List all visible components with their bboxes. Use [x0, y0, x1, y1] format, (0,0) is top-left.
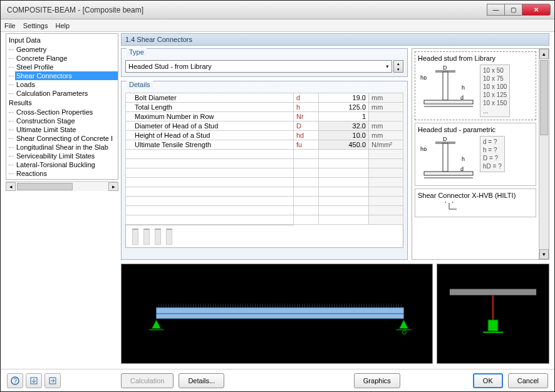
- svg-rect-124: [450, 289, 536, 296]
- detail-symbol: Nr: [294, 112, 319, 121]
- svg-text:hᴅ: hᴅ: [420, 146, 427, 152]
- details-legend: Details: [127, 81, 153, 88]
- window-controls: — ▢ ✕: [487, 4, 551, 16]
- table-row: Total Lengthh125.0mm: [126, 103, 403, 112]
- detail-unit: mm: [369, 121, 403, 131]
- stud-diagram-icon: D hᴅ h d: [418, 136, 477, 183]
- minimize-button[interactable]: —: [487, 4, 504, 16]
- svg-text:d: d: [460, 166, 464, 172]
- detail-symbol: d: [294, 93, 319, 103]
- table-row: Diameter of Head of a StudD32.0mm: [126, 121, 403, 131]
- detail-unit: mm: [369, 131, 403, 140]
- details-table: Bolt Diameterd19.0mmTotal Lengthh125.0mm…: [125, 93, 403, 248]
- hvb-diagram-icon: [418, 202, 477, 214]
- tree-item[interactable]: Shear Connecting of Concrete I: [15, 134, 118, 143]
- beam-preview: [121, 264, 433, 364]
- menubar: File Settings Help: [1, 19, 554, 32]
- svg-point-123: [402, 331, 406, 334]
- svg-text:D: D: [443, 136, 447, 142]
- help-icon-button[interactable]: ?: [7, 373, 23, 388]
- tree-group-results: Results: [6, 98, 118, 108]
- svg-text:h: h: [462, 156, 465, 162]
- tree-item[interactable]: Lateral-Torsional Buckling: [15, 160, 118, 169]
- detail-unit: [369, 112, 403, 121]
- menu-help[interactable]: Help: [55, 22, 70, 29]
- detail-value[interactable]: 19.0: [319, 93, 369, 103]
- type-group: Type Headed Stud - from Library ▴▾: [121, 48, 408, 77]
- table-row: Bolt Diameterd19.0mm: [126, 93, 403, 103]
- detail-label: Height of Head of a Stud: [126, 131, 294, 140]
- library-vscrollbar[interactable]: ▴▾: [539, 49, 549, 259]
- tree-group-input: Input Data: [6, 35, 118, 45]
- svg-text:D: D: [443, 64, 447, 71]
- library-item-headed-stud-parametric[interactable]: Headed stud - parametric D hᴅ: [415, 123, 536, 186]
- svg-rect-126: [488, 320, 498, 331]
- detail-label: Diameter of Head of a Stud: [126, 121, 294, 131]
- ok-button[interactable]: OK: [473, 373, 503, 388]
- svg-rect-3: [424, 100, 473, 104]
- maximize-button[interactable]: ▢: [504, 4, 522, 16]
- detail-label: Ultimate Tensile Strength: [126, 140, 294, 150]
- detail-symbol: fu: [294, 140, 319, 150]
- svg-marker-119: [152, 320, 161, 329]
- svg-rect-18: [156, 307, 403, 314]
- library-panel: Headed stud from Library D hᴅ: [412, 48, 549, 260]
- details-group: Details Bolt Diameterd19.0mmTotal Length…: [121, 81, 408, 260]
- tree-item[interactable]: Geometry: [15, 45, 118, 54]
- stud-sizes-list: 10 x 5010 x 7510 x 10010 x 12510 x 150..…: [480, 64, 510, 117]
- details-button[interactable]: Details...: [179, 373, 224, 388]
- library-item-headed-stud-library[interactable]: Headed stud from Library D hᴅ: [415, 51, 536, 120]
- window-title: COMPOSITE-BEAM - [Composite beam]: [4, 6, 487, 14]
- type-select[interactable]: Headed Stud - from Library: [125, 60, 392, 73]
- graphics-button[interactable]: Graphics: [354, 373, 400, 388]
- tree-item[interactable]: Steel Profile: [15, 63, 118, 71]
- tree-item[interactable]: Serviceability Limit States: [15, 152, 118, 160]
- tree-item[interactable]: Shear Connectors: [15, 71, 118, 80]
- tree-item[interactable]: Longitudinal Shear in the Slab: [15, 143, 118, 152]
- detail-unit: mm: [369, 103, 403, 112]
- tree-item[interactable]: Concrete Flange: [15, 54, 118, 63]
- svg-text:hᴅ: hᴅ: [420, 75, 427, 81]
- type-spin[interactable]: ▴▾: [393, 60, 403, 73]
- page-title: 1.4 Shear Connectors: [121, 33, 549, 46]
- svg-marker-120: [400, 320, 408, 329]
- footer: ? Calculation Details... Graphics OK Can…: [1, 369, 554, 391]
- tree-item[interactable]: Calculation Parameters: [15, 89, 118, 98]
- menu-file[interactable]: File: [4, 22, 16, 29]
- nav-tree: Input Data GeometryConcrete FlangeSteel …: [6, 33, 118, 180]
- table-row: Ultimate Tensile Strengthfu450.0N/mm²: [126, 140, 403, 150]
- tree-item[interactable]: Loads: [15, 80, 118, 89]
- detail-value: 450.0: [319, 140, 369, 150]
- detail-symbol: h: [294, 103, 319, 112]
- detail-value: 32.0: [319, 121, 369, 131]
- table-row: Height of Head of a Studhd10.0mm: [126, 131, 403, 140]
- detail-value[interactable]: 125.0: [319, 103, 369, 112]
- detail-value: 10.0: [319, 131, 369, 140]
- tree-item[interactable]: Ultimate Limit State: [15, 125, 118, 134]
- menu-settings[interactable]: Settings: [23, 22, 48, 29]
- tree-item[interactable]: Cross-Section Properties: [15, 108, 118, 116]
- cancel-button[interactable]: Cancel: [508, 373, 548, 388]
- detail-symbol: D: [294, 121, 319, 131]
- export-left-icon-button[interactable]: [26, 373, 42, 388]
- detail-label: Total Length: [126, 103, 294, 112]
- export-right-icon-button[interactable]: [44, 373, 61, 388]
- table-row: Maximum Number in RowNr1: [126, 112, 403, 121]
- stud-diagram-icon: D hᴅ h d: [418, 64, 477, 111]
- detail-label: Bolt Diameter: [126, 93, 294, 103]
- tree-item[interactable]: Reactions: [15, 169, 118, 178]
- svg-text:h: h: [462, 85, 465, 91]
- detail-symbol: hd: [294, 131, 319, 140]
- tree-item[interactable]: Construction Stage: [15, 116, 118, 125]
- detail-value[interactable]: 1: [319, 112, 369, 121]
- svg-text:?: ?: [14, 378, 18, 384]
- svg-rect-12: [424, 172, 473, 175]
- calculation-button[interactable]: Calculation: [121, 373, 174, 388]
- svg-rect-11: [443, 143, 448, 172]
- section-preview: [437, 264, 549, 364]
- library-item-x-hvb[interactable]: Shear Connector X-HVB (HILTI): [415, 188, 536, 217]
- close-button[interactable]: ✕: [522, 4, 551, 16]
- tree-hscrollbar[interactable]: ◂▸: [6, 181, 118, 191]
- titlebar: COMPOSITE-BEAM - [Composite beam] — ▢ ✕: [1, 1, 554, 19]
- svg-text:d: d: [460, 95, 464, 101]
